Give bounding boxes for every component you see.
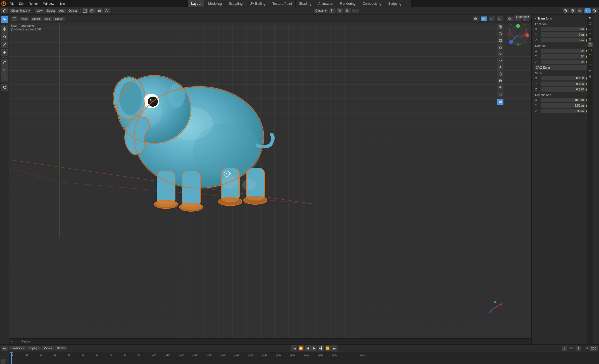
overlay-layer-btn[interactable] xyxy=(497,99,503,105)
transform-tool[interactable] xyxy=(1,49,8,56)
prop-constraint-icon-btn[interactable] xyxy=(588,63,593,68)
overlay-particles-btn[interactable] xyxy=(497,51,503,57)
prop-particles-icon-btn[interactable] xyxy=(588,53,593,58)
prop-modifier-icon-btn[interactable] xyxy=(588,47,593,52)
blender-logo-icon[interactable] xyxy=(0,0,7,7)
move-tool[interactable] xyxy=(1,25,8,33)
proportional-btn[interactable] xyxy=(337,8,343,13)
menu-file[interactable]: File xyxy=(7,0,17,7)
viewport-view-btn[interactable]: View xyxy=(20,17,29,21)
play-btn[interactable]: ▶ xyxy=(311,345,317,351)
timeline-playhead[interactable] xyxy=(11,352,12,364)
mode-icon-btn[interactable] xyxy=(1,8,8,13)
view-menu-btn[interactable]: View xyxy=(35,9,44,13)
dim-y-value[interactable]: 5.52 m xyxy=(541,103,585,108)
global-btn[interactable]: Global ▾ xyxy=(314,9,328,13)
transform-section-header[interactable]: ▼ Transform xyxy=(533,16,592,21)
vp-shade-material-btn[interactable] xyxy=(489,16,495,21)
vp-shade-render-btn[interactable] xyxy=(497,16,503,21)
end-frame-input[interactable]: 250 xyxy=(590,346,598,351)
vp-overlay-btn[interactable] xyxy=(507,16,514,21)
tab-sculpting[interactable]: Sculpting xyxy=(225,0,246,7)
marker-btn[interactable]: Marker xyxy=(55,346,67,350)
step-forward-btn[interactable]: ▶▌ xyxy=(318,345,324,351)
tab-scripting[interactable]: Scripting xyxy=(385,0,405,7)
menu-render[interactable]: Render xyxy=(27,0,41,7)
tab-shading[interactable]: Shading xyxy=(296,0,315,7)
loc-y-value[interactable]: 0 m xyxy=(541,32,585,37)
prop-data-icon-btn[interactable] xyxy=(588,69,593,74)
overlay-world-btn[interactable] xyxy=(497,31,503,37)
annotate-tool[interactable] xyxy=(1,59,8,66)
viewport-shade-3[interactable] xyxy=(584,8,591,13)
viewport-shade-2[interactable] xyxy=(577,8,583,13)
snap-num-btn[interactable]: 1 xyxy=(352,9,359,13)
dim-x-value[interactable]: 10.9 m xyxy=(541,98,585,102)
object-menu-btn[interactable]: Object xyxy=(67,9,79,13)
overlay-material-btn[interactable] xyxy=(497,84,503,90)
scale-tool[interactable] xyxy=(1,41,8,48)
prop-render-icon-btn[interactable] xyxy=(588,16,593,21)
loc-x-value[interactable]: 0 m xyxy=(541,27,585,31)
mode-icon-2[interactable] xyxy=(89,8,96,13)
overlay-mesh-btn[interactable] xyxy=(497,44,503,50)
mode-icon-4[interactable] xyxy=(104,8,110,13)
measure-tool[interactable] xyxy=(1,74,8,82)
timeline-editor-type-btn[interactable] xyxy=(1,346,8,351)
viewport[interactable]: View Select Add Object User Perspective xyxy=(9,15,531,344)
elephant-object[interactable] xyxy=(65,26,302,238)
scale-y-value[interactable]: 0.190 xyxy=(541,82,585,86)
overlay-physics-btn[interactable] xyxy=(497,58,503,64)
mode-icon-3[interactable] xyxy=(97,8,103,13)
viewport-shade-1[interactable] xyxy=(570,8,576,13)
loc-z-value[interactable]: 0 m xyxy=(541,38,585,42)
jump-next-keyframe-btn[interactable]: ⏩ xyxy=(325,345,331,351)
jump-start-btn[interactable]: ⏮ xyxy=(291,345,297,351)
prop-material-icon-btn[interactable] xyxy=(588,74,593,79)
timeline-track-area[interactable] xyxy=(9,357,599,364)
viewport-add-btn[interactable]: Add xyxy=(43,17,52,21)
scale-x-value[interactable]: 0.190 xyxy=(541,76,585,80)
step-back-btn[interactable]: ◀ xyxy=(305,345,311,351)
prop-view-icon-btn[interactable] xyxy=(588,26,593,31)
snap-points-btn[interactable] xyxy=(344,8,351,13)
tab-texture-paint[interactable]: Texture Paint xyxy=(269,0,296,7)
select-menu-btn[interactable]: Select xyxy=(45,9,56,13)
viewport-object-btn[interactable]: Object xyxy=(53,17,65,21)
vp-shade-wire-btn[interactable] xyxy=(473,16,479,21)
menu-help[interactable]: Help xyxy=(56,0,67,7)
overlay-modifier-btn[interactable] xyxy=(497,71,503,77)
rot-y-value[interactable]: 0° xyxy=(541,54,585,59)
timeline-content[interactable]: 1 10 20 30 40 50 60 70 80 90 1 xyxy=(0,352,599,364)
overlay-scene-btn[interactable] xyxy=(497,91,503,97)
menu-edit[interactable]: Edit xyxy=(17,0,27,7)
add-workspace-btn[interactable]: + xyxy=(405,0,411,7)
nav-gizmo[interactable]: X Y Z -X -Y xyxy=(507,24,529,46)
overlay-constraint-btn[interactable] xyxy=(497,64,503,70)
prop-output-icon-btn[interactable] xyxy=(588,21,593,26)
overlay-object-btn[interactable] xyxy=(497,37,503,44)
rot-x-value[interactable]: 0° xyxy=(541,49,585,53)
tab-animation[interactable]: Animation xyxy=(315,0,337,7)
dim-z-value[interactable]: 8.38 m xyxy=(541,109,585,113)
render-engine-icon[interactable] xyxy=(563,8,569,13)
tab-rendering[interactable]: Rendering xyxy=(337,0,359,7)
tab-modeling[interactable]: Modeling xyxy=(205,0,225,7)
add-menu-btn[interactable]: Add xyxy=(58,9,66,13)
viewport-shade-4[interactable] xyxy=(592,8,598,13)
rotate-tool[interactable] xyxy=(1,33,8,40)
viewport-select-btn[interactable]: Select xyxy=(31,17,42,21)
options-button[interactable]: Options ▾ xyxy=(514,15,531,19)
menu-window[interactable]: Window xyxy=(41,0,56,7)
prop-physics-icon-btn[interactable] xyxy=(588,58,593,63)
overlay-camera-btn[interactable] xyxy=(497,24,503,30)
select-box-tool[interactable] xyxy=(1,16,8,23)
vp-shade-solid-btn[interactable] xyxy=(481,16,487,21)
prop-world-icon-btn[interactable] xyxy=(588,37,593,42)
scale-z-value[interactable]: 0.190 xyxy=(541,87,585,92)
start-frame-input[interactable]: 1 xyxy=(576,346,581,351)
tab-uv-editing[interactable]: UV Editing xyxy=(246,0,269,7)
tab-layout[interactable]: Layout xyxy=(188,0,205,7)
playback-btn[interactable]: Playback ▾ xyxy=(9,346,26,350)
rot-mode-dropdown[interactable]: XYZ Euler xyxy=(535,65,588,70)
